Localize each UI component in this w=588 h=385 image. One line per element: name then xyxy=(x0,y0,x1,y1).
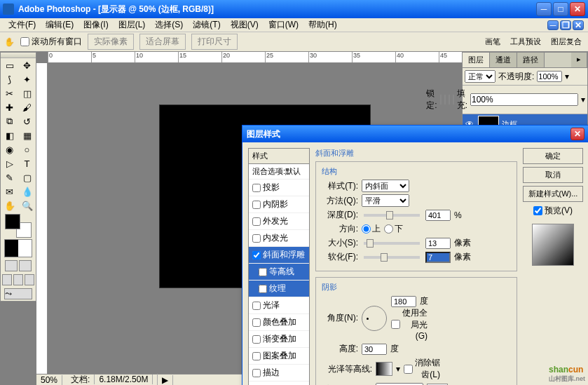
palette-well-comps[interactable]: 图层复合 xyxy=(549,36,584,47)
fit-screen-button[interactable]: 适合屏幕 xyxy=(139,34,186,50)
dialog-close-button[interactable]: ✕ xyxy=(570,128,584,140)
menu-image[interactable]: 图像(I) xyxy=(79,18,112,32)
size-slider[interactable] xyxy=(364,242,420,245)
close-button[interactable]: ✕ xyxy=(570,2,585,16)
style-stroke[interactable]: 描边 xyxy=(249,365,309,381)
lock-transparency-icon[interactable] xyxy=(440,95,442,104)
depth-input[interactable] xyxy=(425,210,451,221)
tab-paths[interactable]: 路径 xyxy=(517,53,545,67)
path-tool[interactable]: ▷ xyxy=(1,156,18,170)
palette-well-brush[interactable]: 画笔 xyxy=(483,36,502,47)
doc-restore-button[interactable]: ❐ xyxy=(560,20,571,30)
scroll-all-checkbox[interactable]: 滚动所有窗口 xyxy=(20,36,82,48)
standard-mode-button[interactable] xyxy=(5,260,18,271)
style-outer-glow[interactable]: 外发光 xyxy=(249,213,309,230)
slice-tool[interactable]: ◫ xyxy=(18,86,36,100)
screen-standard-button[interactable] xyxy=(2,274,12,285)
chevron-down-icon[interactable]: ▾ xyxy=(565,72,569,81)
antialias-checkbox[interactable]: 消除锯齿(L) xyxy=(404,357,440,381)
pen-tool[interactable]: ✎ xyxy=(1,170,18,184)
stamp-tool[interactable]: ⧉ xyxy=(1,114,18,128)
quickmask-mode-button[interactable] xyxy=(19,260,32,271)
new-style-button[interactable]: 新建样式(W)... xyxy=(523,186,583,202)
dialog-titlebar[interactable]: 图层样式 ✕ xyxy=(242,126,588,142)
fg-color-swatch[interactable] xyxy=(5,214,20,229)
blur-tool[interactable]: ◉ xyxy=(1,142,18,156)
style-gradient-overlay[interactable]: 渐变叠加 xyxy=(249,331,309,348)
lock-position-icon[interactable] xyxy=(449,95,450,104)
chevron-down-icon[interactable]: ▾ xyxy=(581,95,585,104)
zoom-level[interactable]: 50% xyxy=(36,375,62,385)
menu-edit[interactable]: 编辑(E) xyxy=(41,18,78,32)
ruler-horizontal[interactable]: 0 5 10 15 20 25 30 35 40 45 xyxy=(48,52,462,63)
lasso-tool[interactable]: ⟆ xyxy=(1,72,18,86)
menu-filter[interactable]: 滤镜(T) xyxy=(189,18,224,32)
wand-tool[interactable]: ✦ xyxy=(18,72,36,86)
crop-tool[interactable]: ✂ xyxy=(1,86,18,100)
style-drop-shadow[interactable]: 投影 xyxy=(249,180,309,196)
soften-slider[interactable] xyxy=(364,256,420,259)
toolbox-grip[interactable] xyxy=(1,53,36,58)
panel-menu-icon[interactable]: ▸ xyxy=(571,53,587,67)
style-color-overlay[interactable]: 颜色叠加 xyxy=(249,314,309,331)
status-arrow-icon[interactable]: ▶ xyxy=(158,375,173,385)
menu-file[interactable]: 文件(F) xyxy=(4,18,40,32)
move-tool[interactable]: ✥ xyxy=(18,58,36,72)
style-satin[interactable]: 光泽 xyxy=(249,297,309,314)
menu-select[interactable]: 选择(S) xyxy=(151,18,187,32)
style-pattern-overlay[interactable]: 图案叠加 xyxy=(249,348,309,365)
tab-channels[interactable]: 通道 xyxy=(490,53,517,67)
style-inner-glow[interactable]: 内发光 xyxy=(249,230,309,247)
print-size-button[interactable]: 打印尺寸 xyxy=(191,34,238,50)
doc-close-button[interactable]: ✕ xyxy=(573,20,584,30)
screen-full-menu-button[interactable] xyxy=(13,274,23,285)
minimize-button[interactable]: ─ xyxy=(536,2,552,16)
marquee-tool[interactable]: ▭ xyxy=(1,58,18,72)
technique-select[interactable]: 平滑 xyxy=(362,194,409,207)
global-light-checkbox[interactable]: 使用全局光(G) xyxy=(391,307,428,341)
blend-mode-select[interactable]: 正常 xyxy=(465,70,495,83)
brush-tool[interactable]: 🖌 xyxy=(18,100,36,114)
jump-to-imageready-button[interactable]: ⤳ xyxy=(4,288,32,299)
tab-layers[interactable]: 图层 xyxy=(463,53,490,67)
eyedropper-tool[interactable]: 💧 xyxy=(18,184,36,198)
ok-button[interactable]: 确定 xyxy=(523,148,583,164)
shape-tool[interactable]: ▢ xyxy=(18,170,36,184)
lock-all-icon[interactable] xyxy=(453,95,454,104)
style-contour[interactable]: 等高线 xyxy=(249,264,309,281)
lock-pixels-icon[interactable] xyxy=(444,95,446,104)
style-inner-shadow[interactable]: 内阴影 xyxy=(249,196,309,213)
cancel-button[interactable]: 取消 xyxy=(523,167,583,183)
menu-help[interactable]: 帮助(H) xyxy=(304,18,341,32)
size-input[interactable] xyxy=(425,238,451,249)
actual-pixels-button[interactable]: 实际像素 xyxy=(88,34,134,50)
maximize-button[interactable]: □ xyxy=(553,2,568,16)
bevel-style-select[interactable]: 内斜面 xyxy=(362,180,409,192)
angle-dial[interactable] xyxy=(362,306,387,331)
style-texture[interactable]: 纹理 xyxy=(249,281,309,297)
doc-minimize-button[interactable]: ─ xyxy=(547,20,559,30)
zoom-tool[interactable]: 🔍 xyxy=(18,198,36,212)
depth-slider[interactable] xyxy=(364,214,420,217)
screen-full-button[interactable] xyxy=(25,274,34,285)
heal-tool[interactable]: ✚ xyxy=(1,100,18,114)
hand-tool[interactable]: ✋ xyxy=(1,198,18,212)
palette-well-presets[interactable]: 工具预设 xyxy=(508,36,543,47)
blend-options-item[interactable]: 混合选项:默认 xyxy=(249,164,309,180)
angle-input[interactable] xyxy=(391,296,416,307)
opacity-input[interactable] xyxy=(537,71,562,82)
styles-header[interactable]: 样式 xyxy=(249,149,309,164)
menu-window[interactable]: 窗口(W) xyxy=(264,18,303,32)
gloss-contour-swatch[interactable] xyxy=(376,362,392,376)
type-tool[interactable]: T xyxy=(18,156,36,170)
menu-layer[interactable]: 图层(L) xyxy=(114,18,150,32)
dodge-tool[interactable]: ○ xyxy=(18,142,36,156)
style-bevel-emboss[interactable]: 斜面和浮雕 xyxy=(249,247,309,264)
menu-view[interactable]: 视图(V) xyxy=(226,18,263,32)
direction-down-radio[interactable]: 下 xyxy=(384,223,403,235)
fill-input[interactable] xyxy=(470,93,578,106)
gradient-tool[interactable]: ▦ xyxy=(18,128,36,142)
chevron-down-icon[interactable]: ▾ xyxy=(396,364,400,374)
ruler-vertical[interactable] xyxy=(36,63,48,374)
color-swatches[interactable] xyxy=(5,214,32,238)
